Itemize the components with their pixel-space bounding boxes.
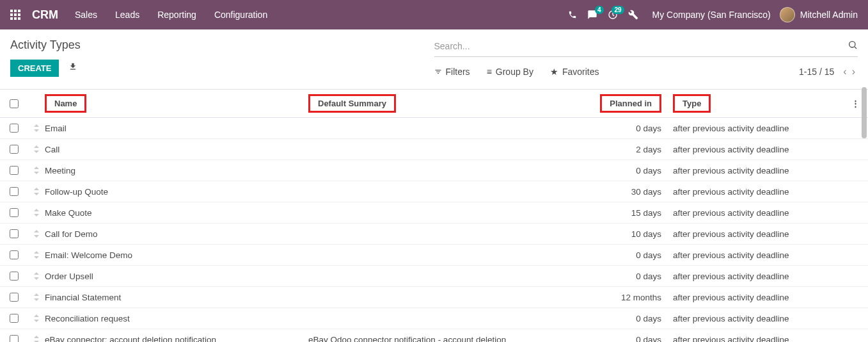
pager-next-icon[interactable]: › [849, 66, 858, 77]
cell-name: Financial Statement [45, 293, 308, 302]
cell-name: Make Quote [45, 208, 308, 218]
nav-leads[interactable]: Leads [115, 10, 139, 20]
drag-handle-icon[interactable] [28, 336, 45, 342]
phone-icon[interactable] [568, 10, 577, 19]
row-checkbox[interactable] [10, 124, 19, 133]
svg-point-10 [849, 42, 855, 47]
messages-badge: 4 [595, 6, 604, 14]
table-row[interactable]: Call for Demo10 daysafter previous activ… [0, 224, 868, 245]
cell-planned: 15 days [596, 208, 667, 218]
cell-planned: 12 months [596, 293, 667, 302]
filters-menu[interactable]: Filters [434, 67, 470, 77]
favorites-label: Favorites [562, 67, 599, 77]
table-row[interactable]: Make Quote15 daysafter previous activity… [0, 202, 868, 224]
drag-handle-icon[interactable] [28, 293, 45, 301]
activities-icon[interactable]: 29 [608, 10, 618, 20]
cell-summary: eBay Odoo connector notification - accou… [308, 335, 596, 343]
pager-prev-icon[interactable]: ‹ [840, 66, 849, 77]
table-row[interactable]: Reconciliation request0 daysafter previo… [0, 308, 868, 329]
cell-name: Meeting [45, 166, 308, 175]
cell-type: after previous activity deadline [667, 124, 842, 133]
download-icon[interactable] [68, 62, 77, 71]
svg-rect-4 [14, 13, 17, 16]
search-input[interactable] [434, 38, 848, 54]
nav-configuration[interactable]: Configuration [214, 10, 267, 20]
user-menu[interactable]: Mitchell Admin [780, 7, 858, 22]
svg-rect-5 [18, 13, 20, 16]
debug-icon[interactable] [628, 10, 638, 20]
brand-title[interactable]: CRM [32, 8, 58, 22]
table-row[interactable]: Email: Welcome Demo0 daysafter previous … [0, 245, 868, 266]
table-row[interactable]: Financial Statement12 monthsafter previo… [0, 287, 868, 308]
list-icon: ≡ [487, 67, 492, 77]
select-all-checkbox[interactable] [10, 99, 19, 108]
table-row[interactable]: Call2 daysafter previous activity deadli… [0, 139, 868, 160]
drag-handle-icon[interactable] [28, 188, 45, 195]
drag-handle-icon[interactable] [28, 230, 45, 238]
table-row[interactable]: Email0 daysafter previous activity deadl… [0, 118, 868, 139]
column-planned[interactable]: Planned in [600, 94, 661, 113]
svg-rect-8 [18, 17, 20, 20]
drag-handle-icon[interactable] [28, 124, 45, 132]
pager-text[interactable]: 1-15 / 15 [799, 67, 834, 77]
row-checkbox[interactable] [10, 293, 19, 302]
column-type[interactable]: Type [673, 94, 711, 113]
drag-handle-icon[interactable] [28, 167, 45, 174]
table-row[interactable]: Order Upsell0 daysafter previous activit… [0, 266, 868, 287]
table-row[interactable]: eBay connector: account deletion notific… [0, 329, 868, 342]
drag-handle-icon[interactable] [28, 314, 45, 322]
list-view: Name Default Summary Planned in Type ⋮ E… [0, 89, 868, 342]
cell-name: Follow-up Quote [45, 187, 308, 197]
row-checkbox[interactable] [10, 272, 19, 281]
star-icon: ★ [550, 67, 558, 77]
row-checkbox[interactable] [10, 229, 19, 238]
row-checkbox[interactable] [10, 166, 19, 175]
row-checkbox[interactable] [10, 145, 19, 154]
activities-badge: 29 [612, 6, 624, 14]
row-checkbox[interactable] [10, 187, 19, 196]
control-panel: Activity Types CREATE Filters ≡ Group By… [0, 29, 868, 77]
row-checkbox[interactable] [10, 208, 19, 217]
drag-handle-icon[interactable] [28, 145, 45, 153]
cell-name: Reconciliation request [45, 314, 308, 323]
table-row[interactable]: Follow-up Quote30 daysafter previous act… [0, 181, 868, 202]
cell-type: after previous activity deadline [667, 335, 842, 343]
nav-sales[interactable]: Sales [75, 10, 97, 20]
cell-planned: 2 days [596, 145, 667, 154]
drag-handle-icon[interactable] [28, 209, 45, 216]
cell-type: after previous activity deadline [667, 293, 842, 302]
company-selector[interactable]: My Company (San Francisco) [652, 10, 771, 20]
cell-planned: 0 days [596, 250, 667, 260]
row-checkbox[interactable] [10, 335, 19, 342]
drag-handle-icon[interactable] [28, 272, 45, 280]
cell-type: after previous activity deadline [667, 250, 842, 260]
cell-type: after previous activity deadline [667, 272, 842, 281]
cell-type: after previous activity deadline [667, 145, 842, 154]
groupby-menu[interactable]: ≡ Group By [487, 67, 533, 77]
svg-rect-6 [10, 17, 13, 20]
cell-name: Order Upsell [45, 272, 308, 281]
create-button[interactable]: CREATE [10, 60, 59, 77]
cell-type: after previous activity deadline [667, 208, 842, 218]
nav-reporting[interactable]: Reporting [157, 10, 196, 20]
scrollbar[interactable] [858, 29, 868, 342]
column-summary[interactable]: Default Summary [308, 94, 396, 113]
cell-type: after previous activity deadline [667, 166, 842, 175]
favorites-menu[interactable]: ★ Favorites [550, 67, 599, 77]
table-row[interactable]: Meeting0 daysafter previous activity dea… [0, 160, 868, 181]
drag-handle-icon[interactable] [28, 251, 45, 259]
search-icon[interactable] [848, 40, 858, 53]
user-name: Mitchell Admin [800, 10, 858, 20]
messages-icon[interactable]: 4 [587, 10, 597, 20]
groupby-label: Group By [496, 67, 533, 77]
cell-name: Call for Demo [45, 229, 308, 239]
cell-planned: 0 days [596, 124, 667, 133]
cell-name: Call [45, 145, 308, 154]
row-checkbox[interactable] [10, 314, 19, 323]
cell-planned: 0 days [596, 272, 667, 281]
column-name[interactable]: Name [45, 94, 86, 113]
search-bar[interactable] [434, 38, 858, 57]
cell-planned: 10 days [596, 229, 667, 239]
row-checkbox[interactable] [10, 250, 19, 259]
apps-icon[interactable] [10, 10, 20, 20]
